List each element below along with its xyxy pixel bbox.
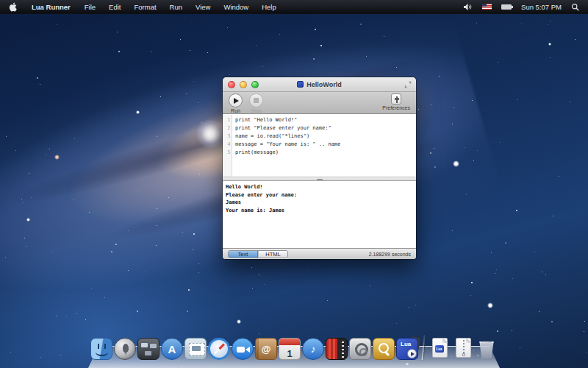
ical-icon[interactable]: 1 bbox=[279, 338, 301, 360]
code-text: print "Please enter your name:" bbox=[232, 124, 331, 132]
code-line: 5 print(message) bbox=[223, 149, 416, 157]
app-window: HelloWorld Run Stop Preferences 1 print … bbox=[223, 77, 416, 259]
code-editor[interactable]: 1 print "Hello World!" 2 print "Please e… bbox=[223, 115, 416, 177]
minimize-button[interactable] bbox=[240, 81, 247, 88]
menu-item[interactable]: Help bbox=[255, 0, 283, 13]
preferences-button[interactable]: Preferences bbox=[382, 93, 410, 110]
line-number: 1 bbox=[223, 116, 232, 124]
tab-text[interactable]: Text bbox=[229, 251, 258, 258]
stop-label: Stop bbox=[251, 108, 261, 113]
menu-item[interactable]: Run bbox=[163, 0, 189, 13]
line-number: 2 bbox=[223, 124, 232, 132]
lua-runner-icon[interactable]: Lua bbox=[396, 338, 418, 360]
splitter-handle-icon bbox=[317, 179, 323, 180]
output-line: James bbox=[226, 199, 416, 207]
apple-menu[interactable] bbox=[0, 2, 24, 12]
tab-html[interactable]: HTML bbox=[258, 251, 287, 258]
code-text: name = io.read("*lines") bbox=[232, 132, 309, 141]
fullscreen-icon[interactable] bbox=[404, 81, 412, 88]
menu-item[interactable]: Format bbox=[127, 0, 162, 13]
launchpad-icon[interactable] bbox=[114, 338, 136, 360]
mail-icon[interactable] bbox=[184, 338, 207, 360]
finder-icon[interactable] bbox=[90, 338, 112, 360]
file-search-utility-icon[interactable] bbox=[373, 338, 395, 360]
code-text: print "Hello World!" bbox=[232, 116, 297, 124]
lua-document-badge: Lua bbox=[435, 345, 444, 353]
code-line: 4 message = "Your name is: " .. name bbox=[223, 141, 416, 149]
toolbar: Run Stop Preferences bbox=[223, 92, 416, 114]
input-flag-icon[interactable] bbox=[482, 4, 492, 10]
contacts-icon[interactable]: @ bbox=[255, 338, 277, 360]
bright-star bbox=[196, 119, 226, 149]
trash-icon[interactable] bbox=[476, 338, 498, 360]
facetime-icon[interactable] bbox=[232, 338, 254, 360]
elapsed-time: 2.188299 seconds bbox=[369, 252, 411, 257]
code-line: 1 print "Hello World!" bbox=[223, 116, 416, 124]
dock: A @ 1 ♪ Lua Lua bbox=[88, 344, 500, 368]
lua-runner-page-decoration bbox=[410, 336, 420, 350]
menu-item[interactable]: Window bbox=[217, 0, 255, 13]
mission-control-icon[interactable] bbox=[137, 338, 159, 360]
menu-clock[interactable]: Sun 5:07 PM bbox=[521, 3, 562, 11]
code-line: 3 name = io.read("*lines") bbox=[223, 132, 416, 141]
running-indicator bbox=[405, 363, 409, 365]
run-button[interactable]: Run bbox=[229, 93, 243, 113]
battery-icon[interactable] bbox=[501, 4, 512, 10]
output-line: Your name is: James bbox=[226, 207, 416, 215]
menu-item[interactable]: Edit bbox=[102, 0, 127, 13]
output-line: Please enter your name: bbox=[226, 191, 416, 199]
code-text: message = "Your name is: " .. name bbox=[232, 141, 340, 149]
window-status-bar: Text HTML 2.188299 seconds bbox=[223, 248, 416, 259]
imovie-icon[interactable] bbox=[326, 338, 348, 360]
app-store-icon[interactable]: A bbox=[161, 338, 183, 360]
safari-icon[interactable] bbox=[208, 338, 230, 360]
run-label: Run bbox=[231, 108, 240, 113]
preferences-icon bbox=[391, 93, 401, 105]
output-mode-segmented-control: Text HTML bbox=[228, 250, 288, 258]
lua-runner-play-badge bbox=[407, 349, 417, 358]
document-icon bbox=[297, 81, 304, 88]
lua-runner-label: Lua bbox=[401, 341, 411, 347]
active-app-menu[interactable]: Lua Runner bbox=[24, 3, 78, 11]
volume-icon[interactable] bbox=[463, 3, 473, 11]
code-text: print(message) bbox=[232, 149, 279, 157]
stop-icon bbox=[254, 98, 259, 103]
stop-button[interactable]: Stop bbox=[249, 93, 263, 113]
preferences-label: Preferences bbox=[382, 105, 410, 110]
line-number: 4 bbox=[223, 141, 232, 149]
line-number: 3 bbox=[223, 132, 232, 141]
menu-bar: Lua Runner FileEditFormatRunViewWindowHe… bbox=[0, 0, 588, 14]
line-number: 5 bbox=[223, 149, 232, 157]
zip-archive-icon[interactable] bbox=[452, 338, 474, 360]
code-line: 2 print "Please enter your name:" bbox=[223, 124, 416, 132]
window-title: HelloWorld bbox=[306, 81, 341, 88]
title-bar[interactable]: HelloWorld bbox=[223, 77, 416, 92]
itunes-icon[interactable]: ♪ bbox=[302, 338, 324, 360]
close-button[interactable] bbox=[228, 81, 235, 88]
spotlight-icon[interactable] bbox=[571, 3, 579, 11]
dock-divider bbox=[422, 335, 426, 360]
menu-item[interactable]: View bbox=[189, 0, 217, 13]
lua-document-icon[interactable]: Lua bbox=[429, 338, 451, 360]
zoom-button[interactable] bbox=[251, 81, 259, 88]
apple-logo-icon bbox=[9, 2, 17, 12]
output-line: Hello World! bbox=[226, 183, 416, 191]
system-preferences-icon[interactable] bbox=[349, 338, 371, 360]
play-icon bbox=[234, 98, 239, 104]
output-pane[interactable]: Hello World!Please enter your name:James… bbox=[223, 181, 416, 248]
menu-item[interactable]: File bbox=[78, 0, 102, 13]
